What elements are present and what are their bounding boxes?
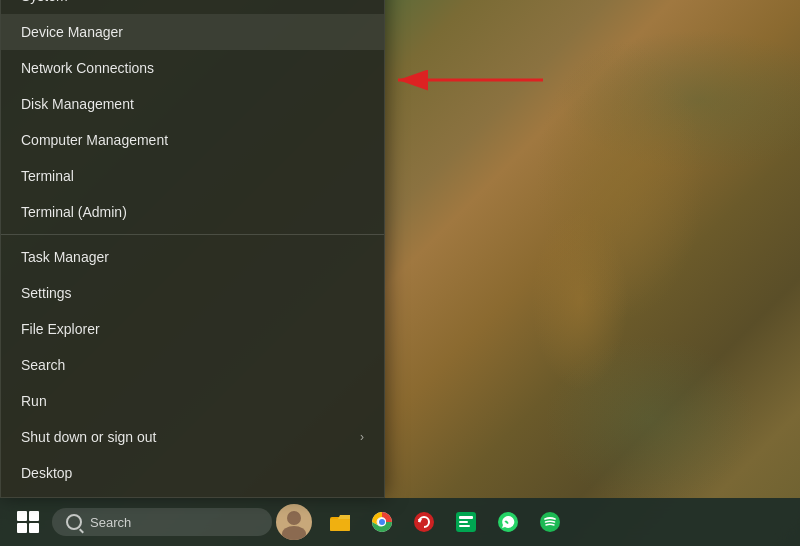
- menu-item-label-terminal: Terminal: [21, 168, 74, 184]
- menu-item-label-system: System: [21, 0, 68, 4]
- submenu-arrow-icon: ›: [360, 430, 364, 444]
- svg-rect-5: [330, 519, 350, 531]
- refresh-icon[interactable]: [404, 502, 444, 542]
- menu-item-device-manager[interactable]: Device Manager: [1, 14, 384, 50]
- menu-item-task-manager[interactable]: Task Manager: [1, 239, 384, 275]
- menu-item-label-file-explorer: File Explorer: [21, 321, 100, 337]
- svg-point-3: [282, 526, 306, 540]
- file-explorer-icon[interactable]: [320, 502, 360, 542]
- menu-item-label-device-manager: Device Manager: [21, 24, 123, 40]
- search-icon: [66, 514, 82, 530]
- menu-item-label-desktop: Desktop: [21, 465, 72, 481]
- taskbar-search-label: Search: [90, 515, 131, 530]
- svg-point-2: [287, 511, 301, 525]
- svg-rect-12: [459, 516, 473, 519]
- menu-item-label-disk-management: Disk Management: [21, 96, 134, 112]
- menu-item-terminal[interactable]: Terminal: [1, 158, 384, 194]
- menu-item-label-run: Run: [21, 393, 47, 409]
- menu-item-system[interactable]: System: [1, 0, 384, 14]
- menu-item-disk-management[interactable]: Disk Management: [1, 86, 384, 122]
- chrome-icon[interactable]: [362, 502, 402, 542]
- menu-item-search[interactable]: Search: [1, 347, 384, 383]
- planner-icon[interactable]: [446, 502, 486, 542]
- spotify-icon[interactable]: [530, 502, 570, 542]
- menu-item-label-terminal-admin: Terminal (Admin): [21, 204, 127, 220]
- start-button[interactable]: [8, 502, 48, 542]
- menu-item-label-shut-down: Shut down or sign out: [21, 429, 156, 445]
- menu-item-label-computer-management: Computer Management: [21, 132, 168, 148]
- user-avatar[interactable]: [276, 504, 312, 540]
- menu-item-terminal-admin[interactable]: Terminal (Admin): [1, 194, 384, 230]
- menu-item-label-task-manager: Task Manager: [21, 249, 109, 265]
- menu-item-label-search: Search: [21, 357, 65, 373]
- whatsapp-icon[interactable]: [488, 502, 528, 542]
- menu-item-computer-management[interactable]: Computer Management: [1, 122, 384, 158]
- menu-item-label-network-connections: Network Connections: [21, 60, 154, 76]
- taskbar-search-bar[interactable]: Search: [52, 508, 272, 536]
- svg-point-8: [379, 519, 385, 525]
- menu-item-settings[interactable]: Settings: [1, 275, 384, 311]
- taskbar-pinned-apps: [320, 502, 570, 542]
- menu-item-network-connections[interactable]: Network Connections: [1, 50, 384, 86]
- menu-separator: [1, 234, 384, 235]
- windows-logo-icon: [17, 511, 39, 533]
- svg-rect-13: [459, 521, 468, 523]
- context-menu: Event ViewerSystemDevice ManagerNetwork …: [0, 0, 385, 498]
- menu-item-desktop[interactable]: Desktop: [1, 455, 384, 491]
- svg-point-9: [414, 512, 434, 532]
- menu-item-label-settings: Settings: [21, 285, 72, 301]
- taskbar: Search: [0, 498, 800, 546]
- menu-item-file-explorer[interactable]: File Explorer: [1, 311, 384, 347]
- menu-item-run[interactable]: Run: [1, 383, 384, 419]
- svg-rect-14: [459, 525, 470, 527]
- menu-item-shut-down[interactable]: Shut down or sign out›: [1, 419, 384, 455]
